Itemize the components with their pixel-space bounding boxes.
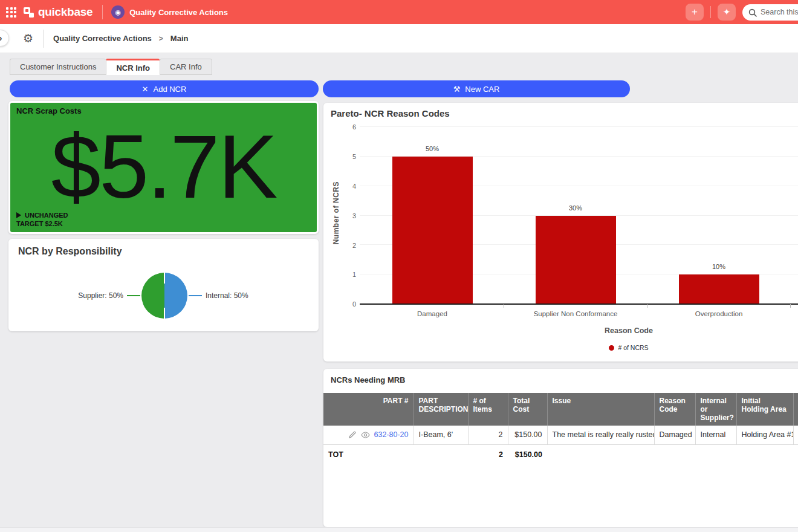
header-part-number[interactable]: PART # [323,393,414,426]
edit-pencil-icon[interactable] [348,430,357,439]
cell-part-description: I-Beam, 6' [414,426,468,444]
y-tick-2: 2 [338,241,356,250]
topbar-divider [102,5,103,19]
table-header-row: PART # PART DESCRIPTION # of Items Total… [323,393,798,426]
kpi-target-text: TARGET $2.5K [16,220,68,227]
header-part-description[interactable]: PART DESCRIPTION [414,393,468,426]
quickbase-dashboard: quickbase ◉ Quality Corrective Actions +… [0,0,798,532]
bar-overproduction[interactable] [679,274,759,304]
breadcrumb-app-link[interactable]: Quality Corrective Actions [53,34,152,43]
pareto-plot-area: 50% 30% 10% [360,127,798,304]
quickbase-wordmark: quickbase [38,5,92,19]
chart-legend[interactable]: # of NCRS [360,344,798,351]
pie-chart-card: NCR by Responsibility Supplier: 50% Inte… [8,239,319,331]
add-ncr-button[interactable]: ✕ Add NCR [10,80,319,97]
pie-chart[interactable] [141,273,187,319]
x-icon: ✕ [142,85,149,94]
total-cost: $150.00 [508,444,547,463]
kpi-ncr-scrap-costs-card: NCR Scrap Costs $5.7K UNCHANGED TARGET $… [8,101,319,234]
y-tick-0: 0 [338,300,356,308]
header-reason-code[interactable]: Reason Code [654,393,695,426]
add-button[interactable]: + [686,4,704,21]
horizontal-scrollbar[interactable] [0,527,798,532]
legend-dot-icon [609,345,614,351]
tab-ncr-info[interactable]: NCR Info [106,59,160,75]
pareto-chart-card: Pareto- NCR Reason Codes Number of NCRS … [323,103,798,362]
total-label: TOT [323,444,414,463]
table-total-row: TOT 2 $150.00 [323,444,798,463]
breadcrumb-bar: › ⚙ Quality Corrective Actions > Main [0,24,798,53]
ai-sparkle-button[interactable]: ✦ [718,4,736,21]
header-total-cost[interactable]: Total Cost [508,393,547,426]
bar-data-label: 30% [536,204,616,212]
header-issue[interactable]: Issue [547,393,654,426]
cell-internal-or-supplier: Internal [695,426,736,444]
header-initial-holding-area[interactable]: Initial Holding Area [736,393,793,426]
x-category-label: Damaged [366,310,499,317]
gridline [360,126,798,127]
bar-damaged[interactable] [392,157,473,304]
legend-label: # of NCRS [618,344,648,351]
cell-issue: The metal is really really rusted [547,426,654,444]
pie-callout-line-internal [189,295,202,296]
top-bar: quickbase ◉ Quality Corrective Actions +… [0,0,798,24]
kpi-value: $5.7K [10,114,317,220]
topbar-right-divider [710,6,711,18]
total-items: 2 [468,444,508,463]
kpi-status-text: UNCHANGED [25,212,68,219]
cell-total-cost: $150.00 [508,426,547,444]
bar-data-label: 50% [392,145,473,152]
new-car-button[interactable]: ⚒ New CAR [323,80,630,97]
gavel-icon: ⚒ [453,85,461,94]
y-tick-5: 5 [338,152,356,161]
cell-reason-code: Damaged [654,426,695,444]
app-avatar-icon[interactable]: ◉ [111,5,125,19]
breadcrumb-divider [43,30,44,48]
bar-data-label: 10% [679,263,759,270]
search-icon [748,8,757,17]
cell-initial-holding-area: Holding Area #1 [736,426,793,444]
expand-sidebar-button[interactable]: › [0,30,9,47]
x-tick-mark [790,304,791,308]
header-internal-or-supplier[interactable]: Internal or Supplier? [695,393,736,426]
pie-label-supplier: Supplier: 50% [78,291,123,300]
pie-label-internal: Internal: 50% [206,291,248,300]
pie-callout-line-supplier [127,295,140,296]
breadcrumb-page[interactable]: Main [170,34,189,43]
play-icon [16,212,21,218]
x-axis-title: Reason Code [360,326,798,335]
new-car-label: New CAR [465,85,499,94]
bar-supplier-non-conformance[interactable] [536,216,616,305]
part-number-link[interactable]: 632-80-20 [374,430,409,439]
tab-customer-instructions[interactable]: Customer Instructions [10,59,106,75]
y-tick-3: 3 [338,212,356,220]
ncrs-needing-mrb-card: NCRs Needing MRB PART # PART DESCRIPTION… [323,369,798,527]
gear-icon[interactable]: ⚙ [23,33,33,44]
eye-icon[interactable] [361,432,370,438]
pareto-chart-title: Pareto- NCR Reason Codes [331,108,450,118]
ncrs-needing-mrb-table: PART # PART DESCRIPTION # of Items Total… [323,393,798,463]
table-title: NCRs Needing MRB [331,375,406,384]
cell-clipped: I [793,426,798,444]
tab-car-info[interactable]: CAR Info [160,59,212,75]
quickbase-logo-icon [24,7,34,18]
x-axis-line [360,303,798,305]
table-row[interactable]: 632-80-20 I-Beam, 6' 2 $150.00 The metal… [323,426,798,444]
breadcrumb-chevron-icon: > [159,34,163,43]
x-tick-mark [647,304,647,308]
app-title[interactable]: Quality Corrective Actions [129,8,228,17]
cell-items: 2 [468,426,508,444]
header-clipped-column[interactable]: M [793,393,798,426]
y-tick-6: 6 [338,123,356,131]
x-category-label: Supplier Non Conformance [509,310,642,317]
app-switcher-icon[interactable] [6,7,16,18]
quickbase-logo[interactable]: quickbase [24,5,92,19]
header-items[interactable]: # of Items [468,393,508,426]
pie-chart-title: NCR by Responsibility [18,246,122,257]
add-ncr-label: Add NCR [153,85,186,94]
x-category-label: Overproduction [652,310,785,317]
x-tick-mark [504,304,504,308]
page-tabs: Customer Instructions NCR Info CAR Info [10,59,212,75]
y-tick-1: 1 [338,270,356,279]
y-tick-4: 4 [338,182,356,190]
